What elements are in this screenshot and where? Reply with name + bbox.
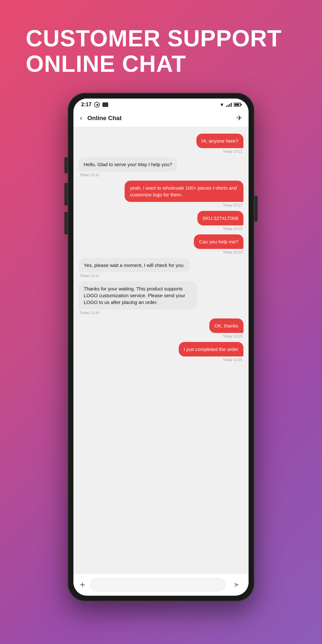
- chat-header: ‹ Online Chat ✈: [73, 109, 249, 127]
- message-row: Hi, anyone here?Today 13:11: [79, 134, 243, 153]
- add-button[interactable]: +: [80, 580, 85, 589]
- hero-section: CUSTOMER SUPPORT ONLINE CHAT: [0, 0, 322, 90]
- battery-fill: [235, 104, 239, 106]
- message-bubble: Hi, anyone here?: [196, 134, 243, 148]
- message-row: OK, thanksToday 13:19: [79, 318, 243, 338]
- message-row: Can you help me?Today 13:13: [79, 234, 243, 254]
- input-bar: + ➤: [73, 573, 249, 596]
- message-row: I just completed the orderToday 13:25: [79, 342, 243, 362]
- message-bubble: SKU:327XLT008: [197, 211, 243, 225]
- status-left: 2:17 ◑: [81, 102, 108, 108]
- signal-bar-1: [226, 106, 227, 107]
- pin-icon[interactable]: ✈: [236, 114, 242, 122]
- message-time: Today 13:13: [79, 274, 100, 278]
- message-bubble: yeah, I want to wholesale 100+ pieces t-…: [125, 181, 243, 202]
- battery-icon: [234, 103, 241, 107]
- message-input[interactable]: [90, 578, 225, 591]
- sd-card-icon: [102, 102, 108, 107]
- message-time: Today 13:12: [79, 173, 100, 177]
- phone-screen: 2:17 ◑ ▼: [73, 99, 249, 596]
- message-bubble: Hello, Glad to serve you! May I help you…: [79, 157, 177, 172]
- chat-area[interactable]: Hi, anyone here?Today 13:11Hello, Glad t…: [73, 127, 249, 573]
- signal-bar-4: [231, 103, 232, 107]
- message-time: Today 13:12: [222, 203, 243, 207]
- volume-up-button: [64, 183, 68, 205]
- message-time: Today 13:13: [222, 250, 243, 254]
- message-bubble: Can you help me?: [194, 234, 243, 249]
- status-right: ▼: [220, 102, 241, 107]
- message-bubble: Thanks for your waiting. This product su…: [79, 281, 197, 309]
- status-bar: 2:17 ◑ ▼: [73, 99, 249, 109]
- wifi-icon: ▼: [220, 102, 224, 107]
- brightness-icon: ◑: [94, 102, 100, 108]
- message-row: Thanks for your waiting. This product su…: [79, 281, 243, 315]
- message-time: Today 13:19: [222, 334, 243, 338]
- status-time: 2:17: [81, 102, 91, 108]
- message-row: Yes, please wait a moment, I will check …: [79, 258, 243, 278]
- message-bubble: OK, thanks: [209, 318, 243, 333]
- message-bubble: I just completed the order: [179, 342, 243, 356]
- message-time: Today 13:13: [222, 227, 243, 231]
- volume-down-button: [64, 212, 68, 234]
- message-time: Today 13:11: [222, 149, 243, 153]
- message-time: Today 13:25: [222, 358, 243, 362]
- signal-bar-3: [229, 104, 230, 107]
- message-row: SKU:327XLT008Today 13:13: [79, 211, 243, 231]
- message-row: Hello, Glad to serve you! May I help you…: [79, 157, 243, 177]
- silent-button: [64, 157, 68, 173]
- power-button: [254, 196, 258, 222]
- back-button[interactable]: ‹: [80, 114, 82, 122]
- signal-bars: [226, 102, 232, 107]
- message-bubble: Yes, please wait a moment, I will check …: [79, 258, 190, 272]
- phone-container: 2:17 ◑ ▼: [0, 90, 322, 601]
- phone-frame: 2:17 ◑ ▼: [68, 93, 254, 601]
- signal-bar-2: [228, 105, 229, 107]
- chat-title: Online Chat: [87, 115, 236, 122]
- hero-title: CUSTOMER SUPPORT ONLINE CHAT: [0, 0, 322, 90]
- send-button[interactable]: ➤: [231, 579, 242, 591]
- message-row: yeah, I want to wholesale 100+ pieces t-…: [79, 181, 243, 207]
- message-time: Today 13:19: [79, 311, 100, 315]
